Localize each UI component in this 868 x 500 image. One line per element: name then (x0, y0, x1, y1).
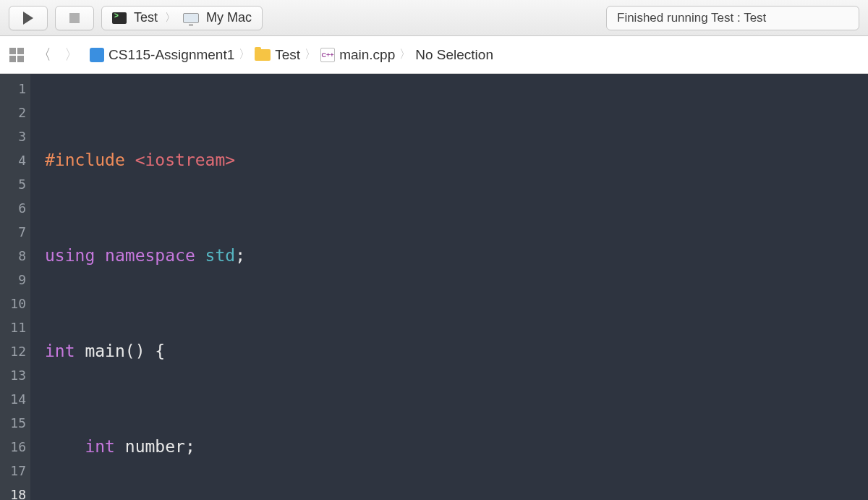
related-items-button[interactable] (7, 46, 26, 64)
project-icon (90, 48, 104, 62)
line-number: 15 (0, 411, 26, 435)
breadcrumb-folder[interactable]: Test (275, 47, 300, 63)
play-icon (23, 12, 33, 25)
status-bar: Finished running Test : Test (606, 6, 859, 30)
line-number: 12 (0, 339, 26, 363)
token-keyword: int (85, 437, 115, 456)
stop-button[interactable] (55, 6, 94, 30)
breadcrumb-file[interactable]: main.cpp (339, 47, 395, 63)
folder-icon (255, 49, 271, 61)
line-number: 7 (0, 220, 26, 244)
breadcrumb-project[interactable]: CS115-Assignment1 (109, 47, 234, 63)
line-number: 6 (0, 196, 26, 220)
token-keyword: namespace (105, 246, 195, 265)
run-button[interactable] (9, 6, 48, 30)
line-number-gutter: 1 2 3 4 5 6 7 8 9 10 11 12 13 14 15 16 1… (0, 74, 30, 500)
status-text: Finished running Test : Test (617, 11, 766, 25)
breadcrumb: CS115-Assignment1 〉 Test 〉 C++ main.cpp … (90, 47, 493, 63)
line-number: 2 (0, 101, 26, 124)
forward-button[interactable]: 〉 (62, 46, 81, 64)
token-keyword: int (45, 342, 75, 360)
line-number: 4 (0, 148, 26, 172)
stop-icon (69, 13, 80, 23)
line-number: 13 (0, 363, 26, 387)
breadcrumb-selection[interactable]: No Selection (415, 47, 493, 63)
line-number: 18 (0, 483, 26, 500)
token-type: std (205, 246, 236, 265)
line-number: 5 (0, 172, 26, 196)
toolbar: Test 〉 My Mac Finished running Test : Te… (0, 0, 868, 36)
chevron-right-icon: 〉 (399, 47, 411, 62)
code-area[interactable]: #include <iostream> using namespace std;… (30, 74, 868, 500)
scheme-device-label: My Mac (206, 10, 252, 25)
line-number: 14 (0, 387, 26, 411)
token-keyword: using (45, 246, 95, 265)
line-number: 17 (0, 459, 26, 483)
chevron-right-icon: 〉 (305, 47, 316, 62)
jump-bar: 〈 〉 CS115-Assignment1 〉 Test 〉 C++ main.… (0, 36, 868, 74)
cpp-file-icon: C++ (320, 48, 335, 62)
token-preproc: #include (45, 151, 125, 169)
line-number: 1 (0, 77, 26, 101)
line-number: 10 (0, 292, 26, 315)
terminal-icon (112, 12, 127, 24)
scheme-target-label: Test (134, 10, 158, 25)
chevron-right-icon: 〉 (165, 11, 176, 25)
line-number: 9 (0, 268, 26, 292)
line-number: 11 (0, 315, 26, 339)
line-number: 3 (0, 124, 26, 148)
line-number: 16 (0, 435, 26, 459)
token-ident: main() { (85, 342, 165, 360)
code-editor[interactable]: 1 2 3 4 5 6 7 8 9 10 11 12 13 14 15 16 1… (0, 74, 868, 500)
token-include: <iostream> (135, 151, 235, 169)
chevron-right-icon: 〉 (239, 47, 250, 62)
scheme-selector[interactable]: Test 〉 My Mac (101, 6, 263, 30)
back-button[interactable]: 〈 (35, 46, 54, 64)
mac-icon (183, 13, 199, 23)
token-ident: number; (125, 437, 195, 456)
line-number: 8 (0, 244, 26, 268)
